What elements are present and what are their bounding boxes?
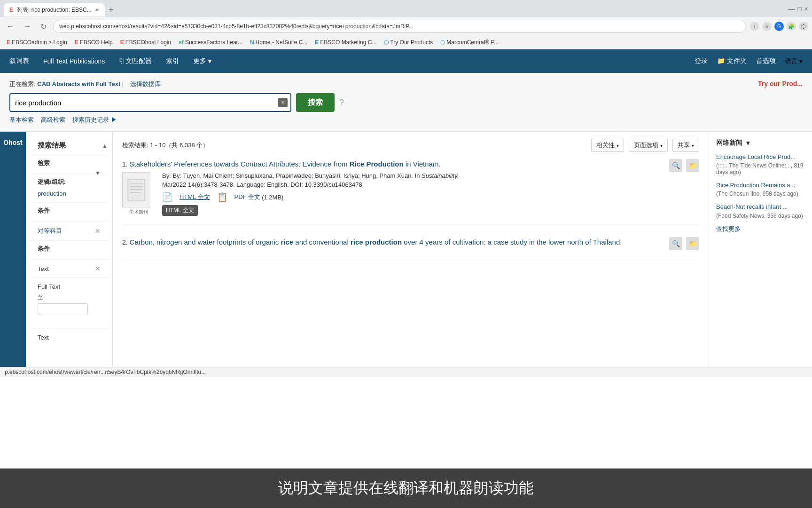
result-1-search-icon[interactable]: 🔍 [669,159,682,172]
nav-index[interactable]: 索引 [166,57,179,65]
forward-btn[interactable]: → [21,21,34,32]
close-btn[interactable]: × [804,5,808,13]
news-meta-3: (Food Safety News, 356 days ago) [716,213,805,219]
bookmark-marcom[interactable]: ⬡ MarcomCentral® P... [437,38,501,47]
nav-citation-matcher[interactable]: 引文匹配器 [119,57,152,65]
main-nav: 叙词表 Full Text Publications 引文匹配器 索引 更多 ▾… [0,49,812,73]
result-2-title-pre: Carbon, nitrogen and water footprints of… [130,238,281,246]
find-more-link[interactable]: 查找更多 [716,225,741,232]
nav-preferences[interactable]: 首选项 [756,57,776,65]
news-link-1[interactable]: Encourage Local Rice Prod... [716,153,796,160]
sidebar-fulltext-section: Full Text 至: [31,278,108,319]
minimize-btn[interactable]: — [788,5,795,13]
share-icon[interactable]: ↑ [750,22,759,31]
bookmark-ebsco-help[interactable]: E EBSCO Help [72,38,116,47]
result-2-rice-production-highlight: rice production [351,238,402,246]
search-help-icon[interactable]: ? [339,98,344,108]
news-link-2[interactable]: Rice Production Remains a... [716,182,795,189]
search-input[interactable] [9,93,291,112]
result-2-title-area: 2. Carbon, nitrogen and water footprints… [122,237,622,247]
subject-label[interactable]: 对等科目 [38,227,62,235]
subject-remove-btn[interactable]: ✕ [95,227,101,235]
extensions-icon[interactable]: 🧩 [787,22,796,31]
search-history-link[interactable]: 搜索历史记录 ▶ [72,116,117,124]
reload-btn[interactable]: ↻ [38,21,49,32]
sidebar-text-section: Text ✕ [31,259,108,278]
result-1-folder-icon[interactable]: 📁 [686,159,699,172]
tab-favicon: E [9,7,13,13]
news-link-3[interactable]: Beach-Nut recalls infant ... [716,203,788,210]
result-1-header: 1. Stakeholders' Preferences towards Con… [122,159,699,172]
bookmark-try-products[interactable]: ⬡ Try Our Products [381,38,436,47]
bookmark-successfactors[interactable]: sf SuccessFactors Lear... [176,38,245,47]
result-item-2: 2. Carbon, nitrogen and water footprints… [122,237,699,260]
text2-filter-label: Text [38,334,49,341]
back-btn[interactable]: ← [4,21,17,32]
result-1-journal: Sustainability. [422,172,459,179]
result-1-html-link[interactable]: HTML 全文 [180,193,210,201]
translate-icon[interactable]: G [774,22,784,31]
bookmark-icon[interactable]: ☆ [762,22,772,31]
nav-login[interactable]: 登录 [695,57,708,65]
result-1-pdf-link[interactable]: PDF 全文 (1.2MB) [234,193,284,201]
nav-folder[interactable]: 📁 文件夹 [717,57,747,65]
search-input-wrapper: × [9,93,291,112]
sort-relevance-btn[interactable]: 相关性 ▾ [591,139,624,152]
type-label: 条件 [38,245,101,253]
sidebar-search-section: 检索 ▼ [31,155,108,174]
nav-more[interactable]: 更多 ▾ [193,57,211,65]
pipe-separator: | [122,80,125,87]
nav-thesaurus[interactable]: 叙词表 [9,57,29,65]
result-1-title-link[interactable]: Stakeholders' Preferences towards Contra… [130,160,441,168]
select-database-link[interactable]: 选择数据库 [130,80,161,87]
search-links: 基本检索 高级检索 搜索历史记录 ▶ [9,116,803,124]
news-title[interactable]: 网络新闻 ▼ [716,139,805,147]
bookmark-ebscoadmin[interactable]: E EBSCOadmin > Login [4,38,70,47]
search-clear-btn[interactable]: × [278,98,288,107]
result-1-links: 📄 HTML 全文 📋 PDF 全文 (1.2MB) HTML 全文 [162,192,699,202]
share-btn[interactable]: 共享 ▾ [672,139,699,152]
date-input[interactable] [38,303,88,315]
result-2-title-link[interactable]: Carbon, nitrogen and water footprints of… [130,238,622,246]
fulltext-item: Full Text [38,282,101,292]
sidebar-collapse-btn[interactable]: ▲ [102,143,108,149]
news-arrow: ▼ [745,139,751,147]
result-2-folder-icon[interactable]: 📁 [686,237,699,250]
full-content: Ohost 搜索结果 ▲ 检索 ▼ 逻辑/组织: production 条件 对… [0,132,812,367]
try-our-products-link[interactable]: Try our Prod... [758,80,803,87]
browser-tab[interactable]: E 列表: rice production: EBSC... × [4,3,105,16]
text2-item: Text [38,333,101,342]
bookmark-ebscohost-login[interactable]: E EBSCOhost Login [117,38,174,47]
nav-full-text[interactable]: Full Text Publications [43,57,105,65]
database-name: CAB Abstracts with Full Text [37,80,120,87]
text-filter-label: Text [38,265,49,272]
result-1-thumb-img [122,172,150,207]
result-2-search-icon[interactable]: 🔍 [669,237,682,250]
bookmark-netsuite[interactable]: N Home - NetSuite C... [247,38,310,47]
sort-dropdown-arrow: ▾ [617,143,619,148]
result-2-title-post: over 4 years of cultivation: a case stud… [404,238,622,246]
logic-item-text[interactable]: production [38,190,66,197]
result-1-body: 学术期刊 By: By: Tuyen, Mai Chiem; Sirisuplu… [122,172,699,215]
maximize-btn[interactable]: □ [797,5,801,13]
search-button[interactable]: 搜索 [296,93,335,112]
nav-language[interactable]: 语言 ▾ [785,57,803,65]
html-icon: 📄 [162,192,172,202]
url-bar[interactable] [53,20,746,33]
tab-close-btn[interactable]: × [95,6,99,14]
to-label: 至: [38,294,101,302]
result-1-type-label: 学术期刊 [122,209,155,215]
bookmark-ebsco-marketing[interactable]: E EBSCO Marketing C... [312,38,379,47]
text-remove-btn[interactable]: ✕ [95,265,101,272]
advanced-search-link[interactable]: 高级检索 [41,116,65,124]
result-1-title-highlight: Rice Production [350,160,404,168]
results-header: 检索结果: 1 - 10（共 6,338 个） 相关性 ▾ 页面选项 ▾ 共享 … [122,139,699,152]
page-options-btn[interactable]: 页面选项 ▾ [629,139,668,152]
basic-search-link[interactable]: 基本检索 [9,116,34,124]
search-area: Try our Prod... 正在检索: CAB Abstracts with… [0,73,812,132]
result-2-header: 2. Carbon, nitrogen and water footprints… [122,237,699,250]
profile-icon[interactable]: ⬡ [799,22,808,31]
search-section-collapse[interactable]: ▼ [95,170,101,176]
search-row: × 搜索 ? [9,93,803,112]
new-tab-button[interactable]: + [105,5,117,15]
